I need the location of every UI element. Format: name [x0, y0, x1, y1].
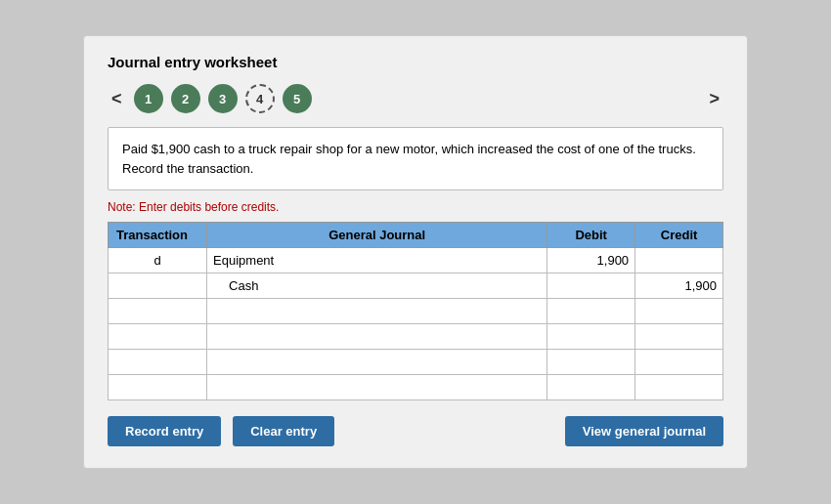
transaction-cell	[109, 273, 207, 299]
transaction-cell	[109, 324, 207, 350]
nav-right-arrow[interactable]: >	[705, 89, 723, 109]
step-1[interactable]: 1	[134, 84, 163, 113]
step-4[interactable]: 4	[245, 84, 275, 113]
clear-entry-button[interactable]: Clear entry	[233, 416, 334, 446]
debit-input[interactable]	[553, 329, 629, 344]
general-journal-cell[interactable]	[207, 299, 547, 324]
debit-input[interactable]	[553, 304, 629, 318]
nav-left-arrow[interactable]: <	[108, 89, 126, 109]
debit-input[interactable]	[553, 355, 629, 369]
transaction-cell	[109, 350, 207, 375]
table-row	[109, 375, 723, 400]
transaction-cell	[109, 299, 207, 324]
credit-input[interactable]	[641, 329, 717, 344]
general-journal-cell[interactable]	[207, 248, 547, 273]
transaction-cell: d	[109, 248, 207, 273]
table-row	[109, 299, 723, 324]
journal-entry-worksheet: Journal entry worksheet < 1 2 3 4 5 > Pa…	[83, 35, 748, 469]
journal-table: Transaction General Journal Debit Credit…	[108, 222, 723, 400]
transaction-description: Paid $1,900 cash to a truck repair shop …	[108, 127, 723, 190]
debit-input[interactable]	[553, 380, 629, 395]
view-general-journal-button[interactable]: View general journal	[565, 416, 723, 446]
credit-input[interactable]	[641, 304, 717, 318]
general-journal-cell[interactable]	[207, 324, 547, 350]
credit-input[interactable]	[641, 253, 717, 268]
credit-cell[interactable]	[635, 273, 723, 299]
credit-input[interactable]	[641, 355, 717, 369]
general-journal-input[interactable]	[213, 355, 541, 369]
credit-input[interactable]	[641, 380, 717, 395]
record-entry-button[interactable]: Record entry	[108, 416, 221, 446]
credit-cell[interactable]	[635, 299, 723, 324]
step-5[interactable]: 5	[283, 84, 312, 113]
table-row	[109, 273, 723, 299]
credit-cell[interactable]	[635, 350, 723, 375]
table-row	[109, 324, 723, 350]
debit-cell[interactable]	[547, 299, 635, 324]
debit-input[interactable]	[553, 278, 629, 293]
general-journal-input[interactable]	[229, 278, 541, 293]
general-journal-input[interactable]	[213, 304, 541, 318]
button-row: Record entry Clear entry View general jo…	[108, 416, 723, 446]
header-general-journal: General Journal	[207, 223, 547, 248]
debit-cell[interactable]	[547, 350, 635, 375]
note-text: Note: Enter debits before credits.	[108, 200, 723, 214]
debit-cell[interactable]	[547, 273, 635, 299]
debit-cell[interactable]	[547, 375, 635, 400]
table-row: d	[109, 248, 723, 273]
general-journal-cell[interactable]	[207, 375, 547, 400]
general-journal-cell[interactable]	[207, 350, 547, 375]
general-journal-input[interactable]	[213, 380, 541, 395]
table-row	[109, 350, 723, 375]
credit-input[interactable]	[641, 278, 717, 293]
page-title: Journal entry worksheet	[108, 54, 723, 70]
debit-cell[interactable]	[547, 324, 635, 350]
header-credit: Credit	[635, 223, 723, 248]
transaction-cell	[109, 375, 207, 400]
debit-input[interactable]	[553, 253, 629, 268]
step-2[interactable]: 2	[171, 84, 200, 113]
step-navigation: < 1 2 3 4 5 >	[108, 84, 723, 113]
credit-cell[interactable]	[635, 375, 723, 400]
header-debit: Debit	[547, 223, 635, 248]
debit-cell[interactable]	[547, 248, 635, 273]
credit-cell[interactable]	[635, 248, 723, 273]
general-journal-cell[interactable]	[207, 273, 547, 299]
header-transaction: Transaction	[109, 223, 207, 248]
step-3[interactable]: 3	[208, 84, 238, 113]
credit-cell[interactable]	[635, 324, 723, 350]
general-journal-input[interactable]	[213, 329, 541, 344]
general-journal-input[interactable]	[213, 253, 541, 268]
